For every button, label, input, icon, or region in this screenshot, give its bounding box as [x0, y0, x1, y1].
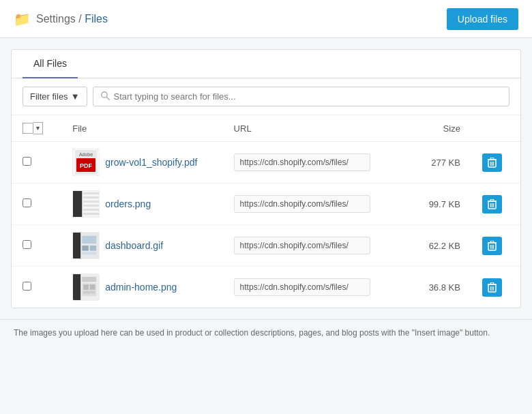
row-size-cell: 62.2 KB [408, 225, 471, 267]
svg-point-0 [101, 92, 106, 98]
tabs-bar: All Files [12, 50, 520, 78]
svg-rect-22 [83, 201, 93, 203]
url-box-3: https://cdn.shopify.com/s/files/ [234, 237, 370, 254]
row-action-cell [471, 183, 520, 225]
table-row: orders.png https://cdn.shopify.com/s/fil… [12, 183, 520, 225]
row-url-cell: https://cdn.shopify.com/s/files/ [223, 225, 409, 267]
file-thumbnail: PDF Adobe [72, 149, 100, 176]
header-checkbox-group: ▼ [23, 122, 50, 134]
search-icon [100, 91, 110, 102]
footer-text: The images you upload here can be used i… [14, 328, 490, 338]
table-header-url: URL [223, 115, 409, 142]
file-thumbnail [72, 273, 100, 301]
svg-rect-40 [83, 246, 89, 251]
svg-rect-42 [83, 252, 97, 255]
file-thumbnail [72, 232, 100, 259]
table-header-check: ▼ [12, 115, 61, 142]
table-row: PDF Adobe grow-vol1_shopify.pdf https://… [12, 142, 520, 183]
row-file-cell: PDF Adobe grow-vol1_shopify.pdf [61, 142, 222, 183]
row-size-cell: 277 KB [408, 142, 471, 183]
row-checkbox-4[interactable] [23, 282, 31, 291]
row-file-cell: admin-home.png [61, 267, 222, 308]
folder-icon: 📁 [14, 11, 31, 27]
url-box-4: https://cdn.shopify.com/s/files/ [234, 278, 370, 296]
file-link-3[interactable]: dashboard.gif [105, 240, 163, 251]
files-table: ▼ File URL Size PDF [12, 115, 520, 308]
row-url-cell: https://cdn.shopify.com/s/files/ [223, 142, 409, 183]
svg-rect-24 [83, 207, 95, 208]
svg-rect-25 [83, 209, 96, 211]
svg-rect-17 [73, 191, 82, 217]
delete-button-4[interactable] [482, 278, 502, 297]
svg-rect-39 [83, 236, 97, 243]
row-checkbox-2[interactable] [23, 198, 31, 207]
row-file-cell: dashboard.gif [61, 225, 222, 267]
toolbar: Filter files ▼ [12, 78, 520, 115]
row-size-cell: 36.8 KB [408, 267, 471, 308]
row-checkbox-cell [12, 267, 61, 308]
filter-files-label: Filter files [30, 91, 68, 102]
svg-rect-37 [73, 233, 80, 258]
table-header-file: File [61, 115, 222, 142]
svg-text:Adobe: Adobe [79, 152, 93, 157]
breadcrumb: 📁 Settings / Files [14, 11, 108, 27]
table-header-size: Size [408, 115, 471, 142]
svg-rect-55 [83, 277, 97, 282]
file-link-4[interactable]: admin-home.png [105, 282, 177, 293]
svg-rect-59 [83, 291, 95, 294]
search-wrapper [93, 87, 510, 106]
svg-rect-19 [83, 194, 96, 195]
row-action-cell [471, 225, 520, 267]
row-url-cell: https://cdn.shopify.com/s/files/ [223, 267, 409, 308]
delete-button-3[interactable] [482, 237, 502, 255]
svg-rect-57 [83, 284, 89, 290]
row-checkbox-cell [12, 142, 61, 183]
svg-rect-21 [83, 198, 96, 200]
row-checkbox-cell [12, 225, 61, 267]
row-checkbox-3[interactable] [23, 240, 31, 249]
row-action-cell [471, 267, 520, 308]
svg-rect-41 [90, 246, 97, 251]
svg-rect-53 [73, 274, 80, 300]
table-header-action [471, 115, 520, 142]
footer-note: The images you upload here can be used i… [0, 319, 532, 346]
search-input[interactable] [114, 87, 503, 106]
row-url-cell: https://cdn.shopify.com/s/files/ [223, 183, 409, 225]
svg-line-1 [106, 97, 109, 100]
tab-all-files[interactable]: All Files [23, 50, 78, 78]
filter-files-button[interactable]: Filter files ▼ [23, 87, 87, 106]
filter-caret-icon: ▼ [71, 91, 80, 102]
table-row: dashboard.gif https://cdn.shopify.com/s/… [12, 225, 520, 267]
file-link-2[interactable]: orders.png [105, 198, 151, 209]
svg-rect-23 [83, 204, 96, 205]
row-action-cell [471, 142, 520, 183]
url-box-2: https://cdn.shopify.com/s/files/ [234, 195, 370, 213]
row-file-cell: orders.png [61, 183, 222, 225]
select-all-checkbox[interactable] [23, 123, 33, 134]
main-panel: All Files Filter files ▼ ▼ [11, 49, 521, 308]
row-checkbox-1[interactable] [23, 157, 31, 166]
select-dropdown-caret[interactable]: ▼ [33, 122, 43, 134]
url-box-1: https://cdn.shopify.com/s/files/ [234, 153, 370, 171]
file-link-1[interactable]: grow-vol1_shopify.pdf [105, 157, 197, 168]
svg-text:PDF: PDF [80, 162, 93, 169]
page-header: 📁 Settings / Files Upload files [0, 0, 532, 38]
delete-button-2[interactable] [482, 195, 502, 213]
upload-files-button[interactable]: Upload files [447, 8, 518, 30]
delete-button-1[interactable] [482, 153, 502, 172]
file-thumbnail [72, 190, 100, 218]
svg-rect-26 [83, 211, 92, 213]
row-checkbox-cell [12, 183, 61, 225]
svg-rect-18 [83, 191, 100, 217]
settings-label: Settings / Files [36, 13, 108, 25]
svg-rect-20 [83, 196, 95, 198]
table-row: admin-home.png https://cdn.shopify.com/s… [12, 267, 520, 308]
svg-rect-58 [90, 284, 95, 290]
row-size-cell: 99.7 KB [408, 183, 471, 225]
